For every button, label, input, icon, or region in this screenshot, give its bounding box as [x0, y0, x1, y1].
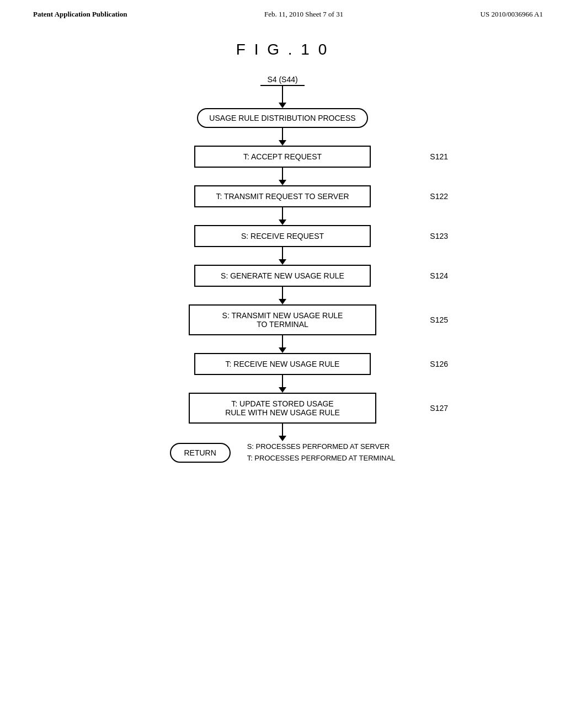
s125-box: S: TRANSMIT NEW USAGE RULE TO TERMINAL	[189, 304, 376, 335]
arrow-5	[279, 287, 286, 304]
arrow-1	[279, 128, 286, 146]
step-s125: S: TRANSMIT NEW USAGE RULE TO TERMINAL S…	[89, 304, 476, 335]
legend: S: PROCESSES PERFORMED AT SERVER T: PROC…	[247, 441, 396, 464]
step-s127: T: UPDATE STORED USAGE RULE WITH NEW USA…	[89, 393, 476, 424]
step-s126: T: RECEIVE NEW USAGE RULE S126	[89, 353, 476, 375]
page-header: Patent Application Publication Feb. 11, …	[0, 0, 565, 24]
s123-box: S: RECEIVE REQUEST	[194, 225, 371, 247]
flowchart: S4 (S44) USAGE RULE DISTRIBUTION PROCESS…	[89, 75, 476, 464]
arrow-3	[279, 207, 286, 225]
s124-label: S124	[430, 271, 448, 280]
figure-title: F I G . 1 0	[236, 41, 329, 58]
legend-line2: T: PROCESSES PERFORMED AT TERMINAL	[247, 453, 396, 464]
legend-line1: S: PROCESSES PERFORMED AT SERVER	[247, 441, 396, 453]
step-s124: S: GENERATE NEW USAGE RULE S124	[89, 265, 476, 287]
step-s122: T: TRANSMIT REQUEST TO SERVER S122	[89, 185, 476, 207]
header-publication: Patent Application Publication	[33, 10, 127, 19]
arrow-6	[279, 335, 286, 353]
arrow-8	[279, 424, 286, 441]
return-row: RETURN S: PROCESSES PERFORMED AT SERVER …	[89, 441, 476, 464]
start-box: USAGE RULE DISTRIBUTION PROCESS	[197, 108, 367, 128]
arrow-7	[279, 375, 286, 393]
s124-box: S: GENERATE NEW USAGE RULE	[194, 265, 371, 287]
header-patent-number: US 2010/0036966 A1	[481, 10, 543, 19]
entry-section: S4 (S44)	[260, 75, 305, 108]
s127-label: S127	[430, 404, 448, 413]
step-s121: T: ACCEPT REQUEST S121	[89, 146, 476, 168]
step-start: USAGE RULE DISTRIBUTION PROCESS	[89, 108, 476, 128]
diagram-container: F I G . 1 0 S4 (S44) USAGE RULE DISTRIBU…	[0, 24, 565, 464]
entry-label: S4 (S44)	[267, 75, 297, 84]
s121-label: S121	[430, 152, 448, 161]
s123-label: S123	[430, 232, 448, 240]
arrow-2	[279, 168, 286, 185]
s126-label: S126	[430, 360, 448, 368]
arrow-4	[279, 247, 286, 265]
s126-box: T: RECEIVE NEW USAGE RULE	[194, 353, 371, 375]
header-date-sheet: Feb. 11, 2010 Sheet 7 of 31	[264, 10, 343, 19]
s121-box: T: ACCEPT REQUEST	[194, 146, 371, 168]
s127-box: T: UPDATE STORED USAGE RULE WITH NEW USA…	[189, 393, 376, 424]
s122-label: S122	[430, 192, 448, 201]
s122-box: T: TRANSMIT REQUEST TO SERVER	[194, 185, 371, 207]
return-box: RETURN	[170, 443, 231, 463]
s125-label: S125	[430, 315, 448, 324]
step-s123: S: RECEIVE REQUEST S123	[89, 225, 476, 247]
